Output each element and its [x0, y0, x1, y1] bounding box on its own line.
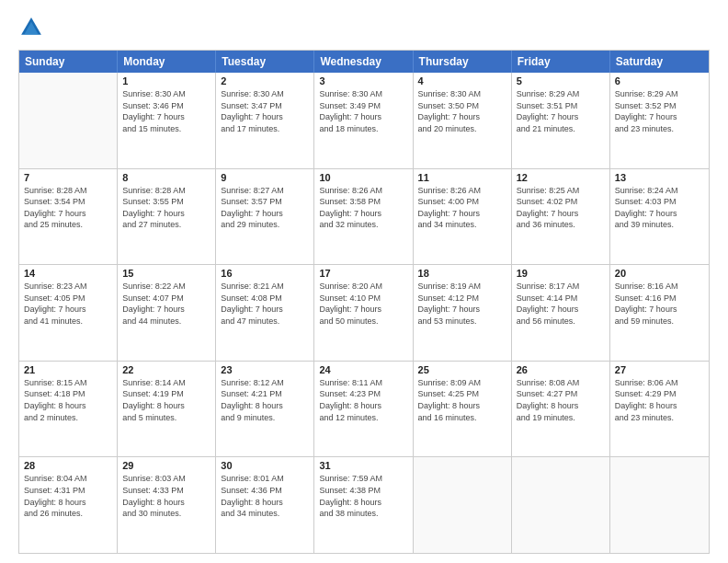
calendar-row-1: 7Sunrise: 8:28 AM Sunset: 3:54 PM Daylig… — [19, 168, 709, 265]
calendar-empty-cell — [512, 457, 610, 553]
calendar-row-2: 14Sunrise: 8:23 AM Sunset: 4:05 PM Dayli… — [19, 264, 709, 361]
day-info: Sunrise: 8:03 AM Sunset: 4:33 PM Dayligh… — [122, 473, 210, 519]
calendar-day-23: 23Sunrise: 8:12 AM Sunset: 4:21 PM Dayli… — [216, 362, 314, 457]
calendar-empty-cell — [19, 73, 118, 168]
day-number: 14 — [24, 268, 112, 279]
day-number: 26 — [517, 364, 605, 375]
day-number: 31 — [319, 460, 407, 471]
day-info: Sunrise: 8:28 AM Sunset: 3:54 PM Dayligh… — [24, 185, 112, 231]
cal-header-friday: Friday — [512, 51, 610, 73]
day-info: Sunrise: 7:59 AM Sunset: 4:38 PM Dayligh… — [319, 473, 407, 519]
day-number: 12 — [517, 172, 605, 183]
calendar-day-28: 28Sunrise: 8:04 AM Sunset: 4:31 PM Dayli… — [19, 457, 118, 553]
day-info: Sunrise: 8:17 AM Sunset: 4:14 PM Dayligh… — [517, 281, 605, 327]
day-number: 16 — [221, 268, 309, 279]
calendar-day-9: 9Sunrise: 8:27 AM Sunset: 3:57 PM Daylig… — [216, 169, 314, 265]
calendar-day-14: 14Sunrise: 8:23 AM Sunset: 4:05 PM Dayli… — [19, 265, 118, 361]
day-number: 25 — [418, 364, 506, 375]
calendar-day-11: 11Sunrise: 8:26 AM Sunset: 4:00 PM Dayli… — [414, 169, 512, 265]
calendar-empty-cell — [414, 457, 512, 553]
day-info: Sunrise: 8:30 AM Sunset: 3:49 PM Dayligh… — [319, 88, 407, 134]
calendar-day-2: 2Sunrise: 8:30 AM Sunset: 3:47 PM Daylig… — [216, 73, 314, 168]
day-number: 10 — [319, 172, 407, 183]
day-number: 6 — [615, 75, 704, 86]
calendar-day-19: 19Sunrise: 8:17 AM Sunset: 4:14 PM Dayli… — [512, 265, 610, 361]
calendar-row-4: 28Sunrise: 8:04 AM Sunset: 4:31 PM Dayli… — [19, 456, 709, 553]
day-info: Sunrise: 8:30 AM Sunset: 3:46 PM Dayligh… — [122, 88, 210, 134]
day-number: 15 — [122, 268, 210, 279]
day-info: Sunrise: 8:15 AM Sunset: 4:18 PM Dayligh… — [24, 377, 112, 423]
calendar-day-20: 20Sunrise: 8:16 AM Sunset: 4:16 PM Dayli… — [610, 265, 709, 361]
header — [18, 15, 710, 40]
logo-icon — [18, 15, 44, 40]
day-info: Sunrise: 8:30 AM Sunset: 3:47 PM Dayligh… — [221, 88, 309, 134]
day-number: 8 — [122, 172, 210, 183]
day-number: 17 — [319, 268, 407, 279]
day-info: Sunrise: 8:24 AM Sunset: 4:03 PM Dayligh… — [615, 185, 704, 231]
day-number: 9 — [221, 172, 309, 183]
calendar-day-4: 4Sunrise: 8:30 AM Sunset: 3:50 PM Daylig… — [414, 73, 512, 168]
day-info: Sunrise: 8:22 AM Sunset: 4:07 PM Dayligh… — [122, 281, 210, 327]
calendar-day-6: 6Sunrise: 8:29 AM Sunset: 3:52 PM Daylig… — [610, 73, 709, 168]
day-info: Sunrise: 8:14 AM Sunset: 4:19 PM Dayligh… — [122, 377, 210, 423]
day-number: 24 — [319, 364, 407, 375]
day-info: Sunrise: 8:29 AM Sunset: 3:51 PM Dayligh… — [517, 88, 605, 134]
logo — [18, 15, 48, 40]
cal-header-monday: Monday — [118, 51, 216, 73]
day-number: 4 — [418, 75, 506, 86]
day-info: Sunrise: 8:30 AM Sunset: 3:50 PM Dayligh… — [418, 88, 506, 134]
day-number: 22 — [122, 364, 210, 375]
cal-header-saturday: Saturday — [610, 51, 709, 73]
day-number: 23 — [221, 364, 309, 375]
calendar-day-22: 22Sunrise: 8:14 AM Sunset: 4:19 PM Dayli… — [118, 362, 216, 457]
day-info: Sunrise: 8:04 AM Sunset: 4:31 PM Dayligh… — [24, 473, 112, 519]
day-info: Sunrise: 8:27 AM Sunset: 3:57 PM Dayligh… — [221, 185, 309, 231]
day-info: Sunrise: 8:06 AM Sunset: 4:29 PM Dayligh… — [615, 377, 704, 423]
calendar-day-31: 31Sunrise: 7:59 AM Sunset: 4:38 PM Dayli… — [314, 457, 413, 553]
day-info: Sunrise: 8:25 AM Sunset: 4:02 PM Dayligh… — [517, 185, 605, 231]
day-number: 1 — [122, 75, 210, 86]
calendar-day-1: 1Sunrise: 8:30 AM Sunset: 3:46 PM Daylig… — [118, 73, 216, 168]
calendar-empty-cell — [610, 457, 709, 553]
day-info: Sunrise: 8:09 AM Sunset: 4:25 PM Dayligh… — [418, 377, 506, 423]
day-number: 20 — [615, 268, 704, 279]
day-info: Sunrise: 8:19 AM Sunset: 4:12 PM Dayligh… — [418, 281, 506, 327]
calendar-day-16: 16Sunrise: 8:21 AM Sunset: 4:08 PM Dayli… — [216, 265, 314, 361]
day-info: Sunrise: 8:28 AM Sunset: 3:55 PM Dayligh… — [122, 185, 210, 231]
day-number: 7 — [24, 172, 112, 183]
calendar-day-26: 26Sunrise: 8:08 AM Sunset: 4:27 PM Dayli… — [512, 362, 610, 457]
calendar-day-24: 24Sunrise: 8:11 AM Sunset: 4:23 PM Dayli… — [314, 362, 413, 457]
calendar-day-27: 27Sunrise: 8:06 AM Sunset: 4:29 PM Dayli… — [610, 362, 709, 457]
calendar-day-8: 8Sunrise: 8:28 AM Sunset: 3:55 PM Daylig… — [118, 169, 216, 265]
day-info: Sunrise: 8:20 AM Sunset: 4:10 PM Dayligh… — [319, 281, 407, 327]
day-info: Sunrise: 8:21 AM Sunset: 4:08 PM Dayligh… — [221, 281, 309, 327]
calendar-header: SundayMondayTuesdayWednesdayThursdayFrid… — [19, 51, 709, 73]
day-number: 3 — [319, 75, 407, 86]
calendar-day-3: 3Sunrise: 8:30 AM Sunset: 3:49 PM Daylig… — [314, 73, 413, 168]
calendar: SundayMondayTuesdayWednesdayThursdayFrid… — [18, 50, 710, 554]
day-number: 13 — [615, 172, 704, 183]
day-number: 11 — [418, 172, 506, 183]
calendar-day-17: 17Sunrise: 8:20 AM Sunset: 4:10 PM Dayli… — [314, 265, 413, 361]
day-info: Sunrise: 8:01 AM Sunset: 4:36 PM Dayligh… — [221, 473, 309, 519]
day-info: Sunrise: 8:08 AM Sunset: 4:27 PM Dayligh… — [517, 377, 605, 423]
day-number: 30 — [221, 460, 309, 471]
calendar-day-5: 5Sunrise: 8:29 AM Sunset: 3:51 PM Daylig… — [512, 73, 610, 168]
day-number: 27 — [615, 364, 704, 375]
cal-header-thursday: Thursday — [414, 51, 512, 73]
calendar-day-12: 12Sunrise: 8:25 AM Sunset: 4:02 PM Dayli… — [512, 169, 610, 265]
cal-header-wednesday: Wednesday — [314, 51, 413, 73]
cal-header-sunday: Sunday — [19, 51, 118, 73]
calendar-day-21: 21Sunrise: 8:15 AM Sunset: 4:18 PM Dayli… — [19, 362, 118, 457]
day-number: 5 — [517, 75, 605, 86]
day-number: 28 — [24, 460, 112, 471]
calendar-row-3: 21Sunrise: 8:15 AM Sunset: 4:18 PM Dayli… — [19, 361, 709, 457]
calendar-day-10: 10Sunrise: 8:26 AM Sunset: 3:58 PM Dayli… — [314, 169, 413, 265]
calendar-body: 1Sunrise: 8:30 AM Sunset: 3:46 PM Daylig… — [19, 73, 709, 553]
calendar-day-29: 29Sunrise: 8:03 AM Sunset: 4:33 PM Dayli… — [118, 457, 216, 553]
calendar-day-18: 18Sunrise: 8:19 AM Sunset: 4:12 PM Dayli… — [414, 265, 512, 361]
cal-header-tuesday: Tuesday — [216, 51, 314, 73]
day-number: 18 — [418, 268, 506, 279]
day-info: Sunrise: 8:16 AM Sunset: 4:16 PM Dayligh… — [615, 281, 704, 327]
day-number: 2 — [221, 75, 309, 86]
